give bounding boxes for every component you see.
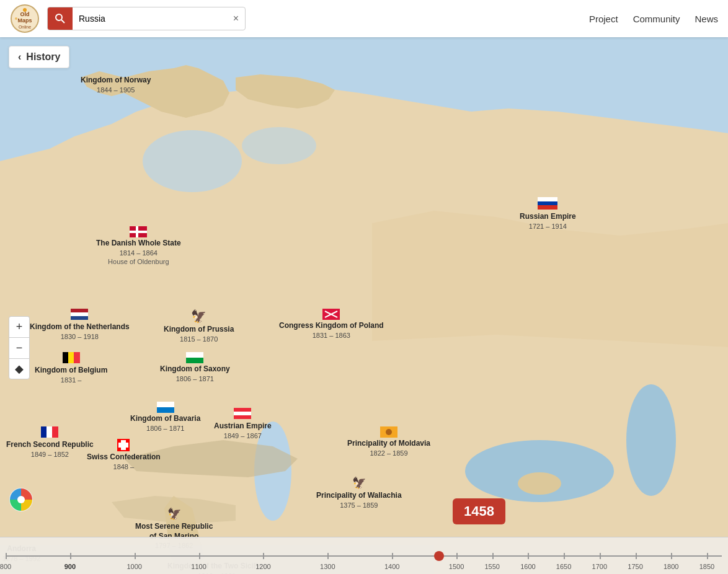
timeline-line: [6, 555, 722, 557]
search-button[interactable]: [48, 7, 73, 30]
svg-point-5: [15, 17, 17, 20]
svg-point-12: [626, 384, 676, 496]
timeline-marker[interactable]: [434, 551, 444, 561]
tick-1650: 1650: [564, 553, 565, 559]
svg-point-6: [56, 14, 62, 20]
svg-point-17: [17, 496, 25, 503]
tick-1600: 1600: [528, 553, 529, 559]
clear-button[interactable]: ×: [227, 9, 245, 28]
tick-1550: 1550: [492, 553, 494, 559]
nav-news[interactable]: News: [695, 14, 718, 24]
svg-point-10: [242, 127, 316, 164]
compass-button[interactable]: ◆: [9, 358, 30, 379]
history-label: History: [26, 51, 60, 63]
search-input[interactable]: [73, 9, 227, 29]
svg-text:Online: Online: [19, 25, 31, 29]
svg-text:Maps: Maps: [17, 17, 32, 24]
tick-1200: 1200: [263, 553, 264, 559]
tick-1700: 1700: [600, 553, 601, 559]
nav-community[interactable]: Community: [633, 14, 680, 24]
zoom-out-button[interactable]: −: [9, 337, 30, 358]
tick-1850: 1850: [707, 553, 708, 559]
tick-1800: 1800: [671, 553, 672, 559]
map[interactable]: ‹ History + − ◆ Kingdom of Norway 1844 –…: [0, 37, 728, 574]
navigation: Project Community News: [589, 14, 718, 24]
tick-1000: 1000: [135, 553, 136, 559]
tick-1300: 1300: [327, 553, 329, 559]
year-badge: 1458: [453, 498, 505, 524]
tick-1750: 1750: [636, 553, 637, 559]
svg-point-9: [143, 130, 242, 192]
svg-point-4: [23, 8, 27, 12]
logo-link[interactable]: Old Maps Online: [10, 4, 40, 33]
tick-1400: 1400: [392, 553, 393, 559]
svg-text:Old: Old: [20, 11, 30, 17]
header: Old Maps Online × Project Community News: [0, 0, 728, 37]
tick-900: 900: [70, 553, 71, 559]
zoom-in-button[interactable]: +: [9, 316, 30, 337]
search-bar: ×: [47, 7, 246, 30]
back-icon: ‹: [18, 51, 21, 63]
map-controls: + − ◆: [9, 316, 30, 379]
search-icon: [55, 14, 65, 24]
svg-line-7: [61, 20, 64, 23]
nav-project[interactable]: Project: [589, 14, 618, 24]
tick-1500: 1500: [456, 553, 458, 559]
timeline-track[interactable]: 800 900 1000 1100 1200 1300 1400: [6, 550, 722, 562]
tick-1100: 1100: [199, 553, 200, 559]
color-wheel[interactable]: [9, 487, 33, 512]
logo-icon: Old Maps Online: [10, 4, 40, 33]
svg-point-15: [518, 472, 561, 495]
history-button[interactable]: ‹ History: [9, 46, 69, 68]
map-svg: [0, 37, 728, 574]
timeline[interactable]: 800 900 1000 1100 1200 1300 1400: [0, 537, 728, 574]
tick-800: 800: [6, 553, 7, 559]
